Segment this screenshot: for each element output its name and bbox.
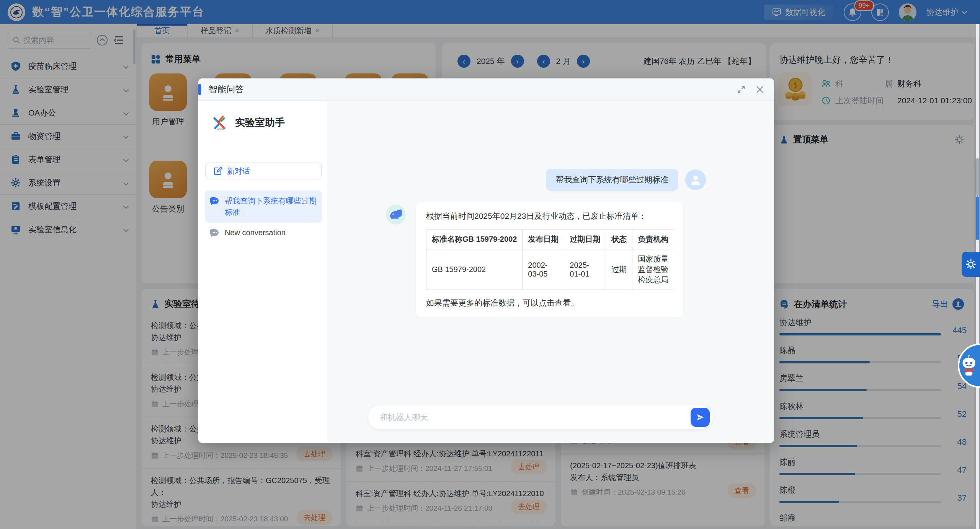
fullscreen-icon[interactable] — [737, 85, 746, 94]
standards-table: 标准名称GB 15979-2002 发布日期 过期日期 状态 负责机构 GB 1… — [426, 229, 674, 290]
send-icon — [696, 413, 705, 422]
chat-bubble-icon — [210, 197, 219, 206]
edit-pencil-icon — [213, 166, 222, 176]
scrollbar-thumb[interactable] — [976, 158, 979, 196]
bot-intro-text: 根据当前时间2025年02月23日及行业动态，已废止标准清单： — [426, 211, 673, 221]
title-accent-bar — [198, 84, 201, 95]
user-message-bubble: 帮我查询下系统有哪些过期标准 — [546, 169, 678, 191]
assistant-sidebar: iadoo 实验室助手 新对话 帮我查询下系统有哪些过期标准 New conve… — [198, 101, 327, 443]
user-chat-avatar — [685, 169, 706, 190]
chat-area: 帮我查询下系统有哪些过期标准 根据当前时间2025年02月23日及行业动态，已废… — [327, 101, 774, 443]
bot-whale-avatar — [386, 205, 406, 225]
bot-footer-text: 如果需要更多的标准数据，可以点击查看。 — [426, 298, 673, 308]
close-icon[interactable] — [756, 85, 764, 94]
ai-qa-modal: 智能问答 iadoo 实验室助手 新对话 帮我查询下系统有哪些过期标准 New … — [198, 78, 774, 443]
table-row: GB 15979-2002 2002-03-05 2025-01-01 过期 国… — [426, 249, 674, 290]
send-button[interactable] — [691, 408, 710, 427]
modal-header: 智能问答 — [198, 78, 774, 101]
chat-input[interactable] — [380, 413, 691, 422]
svg-text:iadoo: iadoo — [216, 128, 224, 131]
chat-input-bar — [368, 405, 713, 429]
bot-message-bubble: 根据当前时间2025年02月23日及行业动态，已废止标准清单： 标准名称GB 1… — [416, 202, 683, 317]
gear-icon — [965, 259, 977, 270]
conversation-item-new[interactable]: New conversation — [205, 222, 322, 243]
assistant-name: 实验室助手 — [235, 116, 285, 129]
chat-bubble-icon — [210, 228, 219, 238]
scrollbar-thumb-active[interactable] — [976, 196, 979, 240]
assistant-logo: iadoo — [211, 114, 229, 131]
new-chat-button[interactable]: 新对话 — [205, 163, 322, 179]
modal-title: 智能问答 — [209, 83, 244, 95]
conversation-item-active[interactable]: 帮我查询下系统有哪些过期标准 — [205, 190, 322, 223]
floating-settings-button[interactable] — [962, 252, 980, 277]
